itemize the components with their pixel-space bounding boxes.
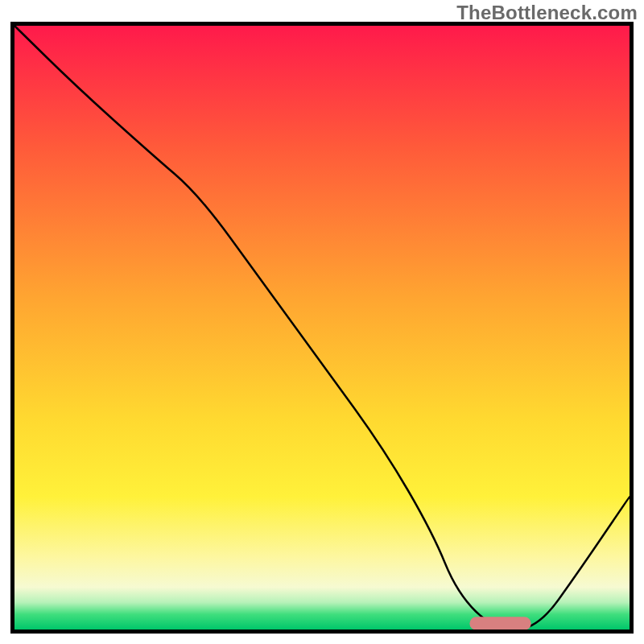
chart-background [14,26,630,630]
optimal-range-marker [469,617,530,630]
bottleneck-chart [0,0,644,644]
chart-frame: TheBottleneck.com [0,0,644,644]
